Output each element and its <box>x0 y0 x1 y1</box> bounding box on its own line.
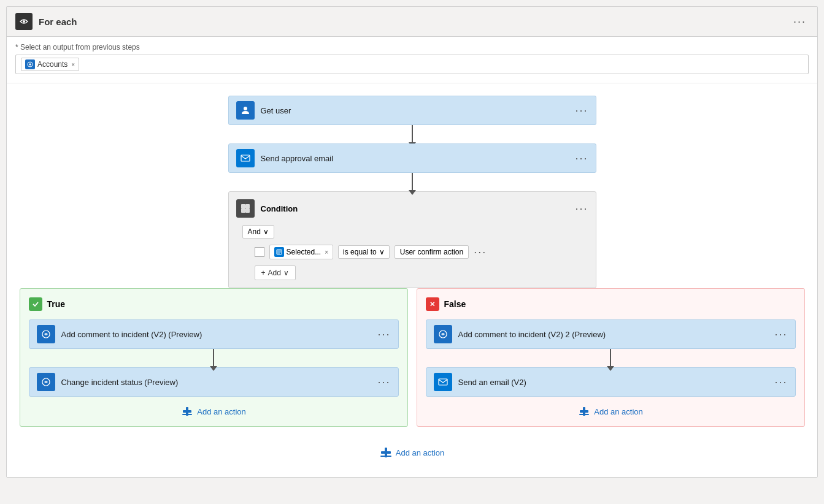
foreach-icon <box>15 13 33 30</box>
condition-icon <box>236 199 255 218</box>
change-status-more[interactable]: ··· <box>377 376 390 389</box>
false-arrow <box>610 349 611 367</box>
condition-row: Selected... × is equal to ∨ User confirm… <box>255 245 588 259</box>
and-chevron: ∨ <box>263 227 269 236</box>
condition-operator-chevron: ∨ <box>379 248 385 256</box>
add-comment-true-icon <box>37 325 55 343</box>
svg-rect-6 <box>241 208 245 213</box>
send-email-icon <box>434 373 452 391</box>
condition-checkbox[interactable] <box>255 247 264 257</box>
send-email-more[interactable]: ··· <box>774 376 787 389</box>
true-add-action-label: Add an action <box>197 407 246 416</box>
true-branch-header: True <box>29 297 399 311</box>
accounts-tag-label: Accounts <box>37 60 67 69</box>
input-label: * Select an output from previous steps <box>15 43 809 52</box>
svg-rect-5 <box>245 204 250 208</box>
svg-rect-4 <box>241 204 245 208</box>
add-chevron: ∨ <box>283 269 289 277</box>
change-status-label: Change incident status (Preview) <box>61 378 372 387</box>
condition-operator[interactable]: is equal to ∨ <box>338 245 390 259</box>
condition-row-more[interactable]: ··· <box>474 246 487 259</box>
foreach-header: For each ··· <box>7 7 817 37</box>
svg-rect-15 <box>439 379 447 385</box>
bottom-add-area: Add an action <box>380 427 445 465</box>
svg-rect-18 <box>579 414 589 415</box>
true-branch: True Add comment to incident (V2) (Previ… <box>20 288 408 427</box>
svg-point-0 <box>23 20 25 23</box>
add-comment-true-step[interactable]: Add comment to incident (V2) (Preview) ·… <box>29 319 399 349</box>
add-comment-true-label: Add comment to incident (V2) (Preview) <box>61 330 372 339</box>
svg-rect-13 <box>182 414 192 415</box>
condition-value-chip[interactable]: Selected... × <box>269 245 334 259</box>
accounts-tag: Accounts × <box>21 58 79 71</box>
true-add-action-icon <box>181 405 193 418</box>
flow-canvas: Get user ··· Send approval email ··· <box>7 83 817 477</box>
condition-title: Condition <box>261 204 569 213</box>
add-plus-icon: + <box>261 269 266 277</box>
add-condition-row: + Add ∨ <box>255 265 588 280</box>
and-label: And <box>248 227 261 236</box>
add-comment-false-more[interactable]: ··· <box>774 328 787 341</box>
get-user-icon <box>236 101 255 120</box>
foreach-container: For each ··· * Select an output from pre… <box>6 6 818 478</box>
send-email-step[interactable]: Send an email (V2) ··· <box>426 367 796 397</box>
send-approval-more-button[interactable]: ··· <box>575 152 588 165</box>
svg-rect-3 <box>241 155 250 161</box>
send-approval-step[interactable]: Send approval email ··· <box>228 143 596 173</box>
input-area: * Select an output from previous steps A… <box>7 37 817 83</box>
arrow-2 <box>412 173 413 191</box>
get-user-step[interactable]: Get user ··· <box>228 96 596 125</box>
condition-value-icon <box>274 247 284 257</box>
false-add-action-button[interactable]: Add an action <box>578 405 643 418</box>
change-status-icon <box>37 373 55 391</box>
false-badge: ✕ <box>426 297 439 311</box>
send-approval-icon <box>236 149 255 167</box>
foreach-more-button[interactable]: ··· <box>791 15 809 28</box>
accounts-tag-icon <box>25 59 35 69</box>
bottom-add-action-button[interactable]: Add an action <box>380 446 445 459</box>
input-field[interactable]: Accounts × <box>15 55 809 74</box>
condition-chip-close[interactable]: × <box>325 249 328 256</box>
false-add-action-icon <box>578 405 590 418</box>
branch-row: True Add comment to incident (V2) (Previ… <box>13 288 811 427</box>
condition-operator-label: is equal to <box>343 248 377 256</box>
false-badge-icon: ✕ <box>429 300 435 308</box>
condition-body: And ∨ Selected... × <box>236 225 588 280</box>
change-status-step[interactable]: Change incident status (Preview) ··· <box>29 367 399 397</box>
add-comment-false-step[interactable]: Add comment to incident (V2) 2 (Preview)… <box>426 319 796 349</box>
add-condition-button[interactable]: + Add ∨ <box>255 265 296 280</box>
get-user-more-button[interactable]: ··· <box>575 104 588 117</box>
arrow-1 <box>412 125 413 143</box>
condition-selected-label: Selected... <box>287 248 322 256</box>
add-comment-false-label: Add comment to incident (V2) 2 (Preview) <box>458 330 769 339</box>
condition-header: Condition ··· <box>236 199 588 218</box>
false-label: False <box>444 299 466 309</box>
condition-value-text[interactable]: User confirm action <box>395 245 469 259</box>
send-email-label: Send an email (V2) <box>458 378 769 387</box>
send-approval-label: Send approval email <box>261 154 569 163</box>
true-label: True <box>47 299 66 309</box>
true-badge <box>29 297 42 311</box>
svg-point-2 <box>244 107 247 110</box>
condition-more-button[interactable]: ··· <box>575 202 588 215</box>
false-branch-header: ✕ False <box>426 297 796 311</box>
foreach-header-left: For each <box>15 13 77 30</box>
foreach-title: For each <box>39 17 77 27</box>
add-comment-true-more[interactable]: ··· <box>377 328 390 341</box>
svg-rect-7 <box>245 208 250 213</box>
get-user-label: Get user <box>261 106 569 115</box>
bottom-add-action-label: Add an action <box>396 448 445 457</box>
and-badge[interactable]: And ∨ <box>242 225 274 239</box>
false-branch: ✕ False Add comment to incident (V2) 2 (… <box>417 288 805 427</box>
bottom-add-action-icon <box>380 446 392 459</box>
false-add-action-label: Add an action <box>594 407 643 416</box>
add-comment-false-icon <box>434 325 452 343</box>
svg-rect-21 <box>380 456 391 457</box>
true-add-action-button[interactable]: Add an action <box>181 405 246 418</box>
condition-block: Condition ··· And ∨ <box>228 191 596 288</box>
true-arrow <box>213 349 214 367</box>
add-label: Add <box>268 269 281 277</box>
accounts-tag-close[interactable]: × <box>71 61 75 68</box>
